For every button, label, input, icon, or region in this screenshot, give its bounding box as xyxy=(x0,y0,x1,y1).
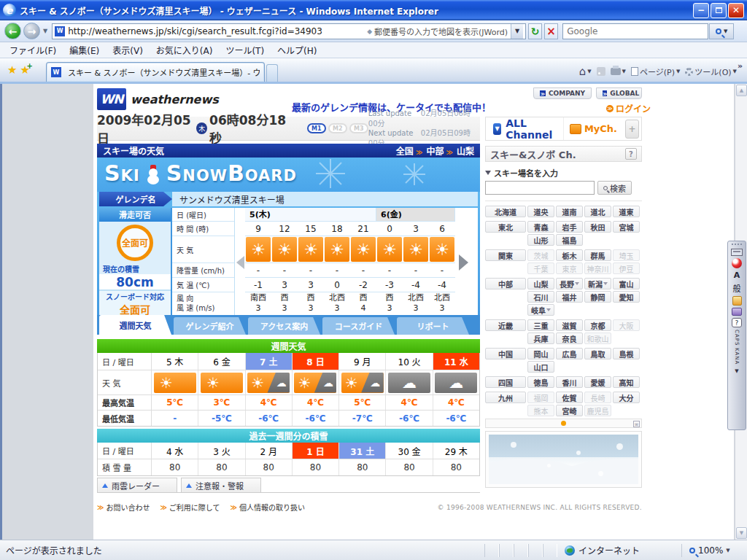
add-favorite-button[interactable]: ★ xyxy=(20,63,29,77)
keyboard-icon[interactable] xyxy=(731,249,743,256)
scroll-right-button[interactable] xyxy=(455,208,471,316)
address-bar[interactable]: W ◆郵便番号の入力で地図を表示(JWord) ▼ xyxy=(52,23,526,39)
ime-help-button[interactable]: ? xyxy=(732,318,742,327)
pref-button-宮崎[interactable]: 宮崎 xyxy=(556,405,583,416)
region-button-近畿[interactable]: 近畿 xyxy=(485,319,526,331)
pref-button-道北[interactable]: 道北 xyxy=(584,206,611,217)
search-input[interactable] xyxy=(563,26,708,36)
tab-ゲレンデ紹介[interactable]: ゲレンデ紹介 xyxy=(174,317,246,335)
ime-minimize-icon[interactable]: ▼ xyxy=(735,368,738,374)
pref-button-福島[interactable]: 福島 xyxy=(556,234,583,246)
pref-button-佐賀[interactable]: 佐賀 xyxy=(556,392,583,403)
pref-button-石川[interactable]: 石川 xyxy=(527,291,554,303)
button-雨雲レーダー[interactable]: 雨雲レーダー xyxy=(97,478,177,492)
mych-button[interactable]: MyCh. xyxy=(563,117,623,140)
pref-button-福井[interactable]: 福井 xyxy=(556,291,583,303)
favorites-button[interactable]: ★ xyxy=(7,63,17,77)
menu-item[interactable]: ファイル(F) xyxy=(3,42,63,58)
zoom-control[interactable]: 100%▼ xyxy=(681,544,747,557)
pref-button-愛媛[interactable]: 愛媛 xyxy=(584,376,611,388)
pref-button-道南[interactable]: 道南 xyxy=(556,206,583,217)
pref-button-新潟[interactable]: 新潟 xyxy=(584,278,611,289)
resort-search-input[interactable] xyxy=(485,181,595,195)
menu-item[interactable]: お気に入り(A) xyxy=(150,42,220,58)
new-tab-stub[interactable] xyxy=(266,64,278,82)
help-button[interactable]: ? xyxy=(625,148,637,160)
ime-mode-ball-icon[interactable] xyxy=(732,258,742,268)
ime-language-bar[interactable]: A 般 ? CAPS KANA ▼ xyxy=(727,241,746,430)
scroll-left-button[interactable] xyxy=(235,208,245,316)
mode-button-m1[interactable]: M1 xyxy=(307,123,326,133)
kana-indicator[interactable]: KANA xyxy=(734,348,740,365)
company-button[interactable]: ≫COMPANY xyxy=(533,88,592,99)
address-dropdown-button[interactable]: ▼ xyxy=(511,24,523,39)
region-button-北海道[interactable]: 北海道 xyxy=(485,206,526,217)
pref-button-島根[interactable]: 島根 xyxy=(613,348,640,359)
pref-button-広島[interactable]: 広島 xyxy=(556,348,583,359)
global-button[interactable]: ≫GLOBAL xyxy=(596,88,642,99)
ime-tools-icon[interactable] xyxy=(732,308,742,316)
pref-button-秋田[interactable]: 秋田 xyxy=(584,221,611,233)
region-button-四国[interactable]: 四国 xyxy=(485,376,526,388)
button-注意報・警報[interactable]: 注意報・警報 xyxy=(181,478,261,492)
pref-button-滋賀[interactable]: 滋賀 xyxy=(556,319,583,331)
ime-pad-icon[interactable] xyxy=(732,296,742,306)
minimize-button[interactable]: − xyxy=(693,3,709,18)
expand-icon[interactable]: ⊞ xyxy=(633,421,640,427)
scroll-down-button[interactable]: ▼ xyxy=(736,527,747,539)
home-button[interactable]: ⌂▼ xyxy=(579,65,592,78)
region-button-関東[interactable]: 関東 xyxy=(485,249,526,261)
tab-リポート[interactable]: リポート xyxy=(397,317,469,335)
footer-link[interactable]: ≫個人情報の取り扱い xyxy=(231,502,305,513)
pref-button-鳥取[interactable]: 鳥取 xyxy=(584,348,611,359)
menu-item[interactable]: 表示(V) xyxy=(106,42,150,58)
region-button-九州[interactable]: 九州 xyxy=(485,392,526,403)
pref-button-奈良[interactable]: 奈良 xyxy=(556,332,583,344)
stop-button[interactable]: × xyxy=(544,23,558,39)
pref-button-長野[interactable]: 長野 xyxy=(556,278,583,289)
scroll-up-button[interactable]: ▲ xyxy=(736,85,747,96)
mode-button-m3[interactable]: M3 xyxy=(349,123,368,133)
add-channel-button[interactable]: + xyxy=(625,120,639,139)
toolbar-overflow-button[interactable]: » xyxy=(738,61,743,71)
tab-コースガイド[interactable]: コースガイド xyxy=(322,317,395,335)
pref-button-三重[interactable]: 三重 xyxy=(527,319,554,331)
history-dropdown[interactable]: ▼ xyxy=(43,28,47,34)
ime-conversion-mode-button[interactable]: 般 xyxy=(733,282,741,294)
page-menu-button[interactable]: ページ(P)▼ xyxy=(631,66,680,77)
tab-週間天気[interactable]: 週間天気 xyxy=(99,315,171,335)
pref-button-静岡[interactable]: 静岡 xyxy=(584,291,611,303)
print-button[interactable]: ▼ xyxy=(611,68,626,75)
pref-button-山口[interactable]: 山口 xyxy=(527,361,554,373)
pref-button-山形[interactable]: 山形 xyxy=(527,234,554,246)
url-input[interactable] xyxy=(68,26,367,36)
back-button[interactable]: ← xyxy=(4,23,21,39)
pref-button-愛知[interactable]: 愛知 xyxy=(613,291,640,303)
pref-button-岐阜[interactable]: 岐阜 xyxy=(527,304,554,316)
pref-button-栃木[interactable]: 栃木 xyxy=(556,249,583,261)
menu-item[interactable]: ツール(T) xyxy=(219,42,271,58)
pref-button-山梨[interactable]: 山梨 xyxy=(527,278,554,289)
pref-button-香川[interactable]: 香川 xyxy=(556,376,583,388)
caps-indicator[interactable]: CAPS xyxy=(734,330,740,346)
pref-button-岡山[interactable]: 岡山 xyxy=(527,348,554,359)
pref-button-徳島[interactable]: 徳島 xyxy=(527,376,554,388)
refresh-button[interactable]: ↻ xyxy=(528,23,542,39)
footer-link[interactable]: ≫お問い合わせ xyxy=(97,502,150,513)
footer-link[interactable]: ≫ご利用に際して xyxy=(160,502,220,513)
all-channel-button[interactable]: ▼ALL Channel xyxy=(486,117,563,141)
region-button-中部[interactable]: 中部 xyxy=(485,278,526,289)
pref-button-道東[interactable]: 道東 xyxy=(613,206,640,217)
tab-アクセス案内[interactable]: アクセス案内 xyxy=(248,317,320,335)
pager-dot-icon[interactable] xyxy=(561,421,566,426)
resort-search-button[interactable]: 検索 xyxy=(597,181,632,195)
weathernews-logo[interactable]: WN weathernews xyxy=(97,88,219,110)
forward-button[interactable]: → xyxy=(23,23,40,39)
tools-menu-button[interactable]: ツール(O)▼ xyxy=(685,66,737,77)
pref-button-京都[interactable]: 京都 xyxy=(584,319,611,331)
browser-tab[interactable]: W スキー & スノボー（サンメドウズ清里スキー場）- ウェザー... xyxy=(46,62,265,82)
breadcrumb-item[interactable]: 全国 ≫ xyxy=(396,144,423,157)
pref-button-岩手[interactable]: 岩手 xyxy=(556,221,583,233)
pref-button-高知[interactable]: 高知 xyxy=(613,376,640,388)
menu-item[interactable]: ヘルプ(H) xyxy=(271,42,323,58)
